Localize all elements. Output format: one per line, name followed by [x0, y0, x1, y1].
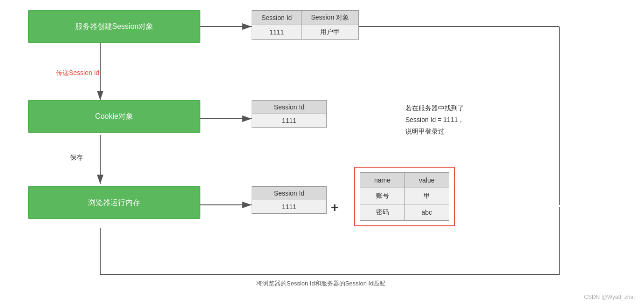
- plus-text: +: [331, 200, 338, 215]
- server-box: 服务器创建Session对象: [28, 10, 200, 43]
- table-row: 密码 abc: [360, 204, 449, 221]
- watermark: CSDN @Wyatt_zhai: [584, 294, 635, 300]
- browser-label: 浏览器运行内存: [88, 198, 140, 208]
- name-cell-1: 账号: [360, 188, 405, 204]
- browser-box: 浏览器运行内存: [28, 186, 200, 219]
- bottom-text: 将浏览器的Session Id和服务器的Session Id匹配: [256, 280, 385, 287]
- table-row: 账号 甲: [360, 188, 449, 204]
- cookie-label: Cookie对象: [95, 112, 133, 122]
- diagram-container: 服务器创建Session对象 Cookie对象 浏览器运行内存 Session …: [0, 0, 644, 305]
- server-found-annotation: 若在服务器中找到了 Session Id = 1111， 说明甲登录过: [405, 102, 464, 138]
- server-found-line3: 说明甲登录过: [405, 126, 464, 137]
- cookie-inner-table: name value 账号 甲 密码 abc: [360, 172, 449, 221]
- session-id-val-mid: 1111: [252, 114, 327, 128]
- value-cell-2: abc: [405, 204, 449, 221]
- session-table-top: Session Id Session 对象 1111 用户甲: [252, 10, 359, 40]
- session-obj-val-top: 用户甲: [301, 25, 359, 40]
- arrows-svg: [0, 0, 644, 305]
- server-label: 服务器创建Session对象: [75, 22, 154, 32]
- name-cell-2: 密码: [360, 204, 405, 221]
- watermark-text: CSDN @Wyatt_zhai: [584, 294, 635, 300]
- pass-session-annotation: 传递Session Id: [56, 69, 99, 77]
- save-text: 保存: [70, 154, 83, 161]
- pass-session-text: 传递Session Id: [56, 69, 99, 76]
- session-table-mid: Session Id 1111: [252, 100, 327, 128]
- server-found-line2: Session Id = 1111，: [405, 114, 464, 126]
- value-cell-1: 甲: [405, 188, 449, 204]
- session-id-header-top: Session Id: [252, 11, 301, 25]
- value-header: value: [405, 173, 449, 188]
- bottom-annotation: 将浏览器的Session Id和服务器的Session Id匹配: [256, 279, 385, 288]
- server-found-line1: 若在服务器中找到了: [405, 102, 464, 114]
- session-obj-header-top: Session 对象: [301, 11, 359, 25]
- session-table-bottom: Session Id 1111: [252, 186, 327, 214]
- session-id-header-mid: Session Id: [252, 101, 327, 114]
- name-header: name: [360, 173, 405, 188]
- save-annotation: 保存: [70, 154, 83, 162]
- session-id-val-bottom: 1111: [252, 200, 327, 214]
- cookie-data-box: name value 账号 甲 密码 abc: [354, 167, 455, 226]
- plus-sign: +: [331, 200, 338, 215]
- session-id-header-bottom: Session Id: [252, 187, 327, 200]
- cookie-box: Cookie对象: [28, 100, 200, 133]
- session-id-val-top: 1111: [252, 25, 301, 40]
